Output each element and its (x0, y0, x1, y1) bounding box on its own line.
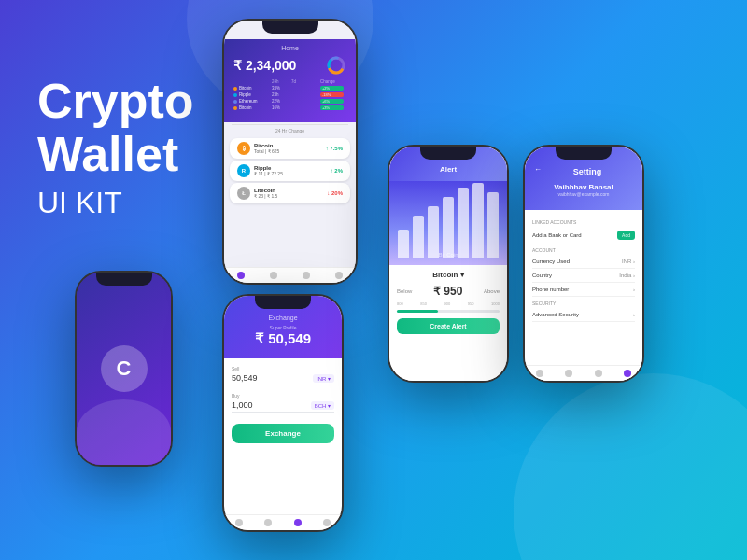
home-divider: 24 Hr Change (232, 124, 348, 136)
nav-exchange[interactable] (303, 272, 310, 279)
exchange-bottom-nav (224, 514, 342, 530)
settings-title: Setting (542, 167, 633, 176)
bottom-nav (224, 267, 356, 283)
bar-2 (413, 216, 424, 258)
home-balance: ₹ 2,34,000 (233, 58, 296, 73)
exchange-super: Super Profile (233, 325, 332, 330)
notch-home (262, 21, 318, 34)
buy-value: 1,000 (232, 400, 253, 410)
phone-val[interactable]: › (633, 287, 635, 292)
country-val[interactable]: India › (619, 273, 635, 278)
bar-6 (472, 183, 484, 258)
exchange-button[interactable]: Exchange (232, 424, 334, 443)
nav2-exchange[interactable] (294, 519, 302, 526)
notch-settings (556, 147, 612, 160)
title-line3: UI KIT (37, 187, 194, 219)
buy-label: Buy (232, 393, 334, 399)
title-line1: Crypto (37, 75, 194, 128)
phone-label: Phone number (532, 287, 569, 292)
title-section: Crypto Wallet UI KIT (37, 75, 194, 220)
account-label: Account (532, 247, 635, 253)
profile-name: Vaibhhav Bansal (534, 183, 633, 191)
sell-currency[interactable]: INR ▾ (313, 374, 334, 383)
price-ticks: 8008509009501000 (397, 301, 500, 306)
title-line2: Wallet (37, 128, 194, 181)
bar-1 (398, 230, 409, 258)
nav3-home[interactable] (536, 370, 543, 377)
sell-value: 50,549 (232, 373, 258, 383)
country-label: Country (532, 273, 552, 278)
bitcoin-icon: ₿ (237, 142, 250, 155)
phone-settings: ← Setting Vaibhhav Bansal vaibhhav@examp… (523, 145, 644, 383)
advanced-security-label: Advanced Security (532, 312, 579, 317)
price-slider[interactable] (397, 310, 500, 313)
ripple-icon: R (237, 164, 250, 177)
notch-alert (420, 147, 476, 160)
phone-home: Home ₹ 2,34,000 24h7dChange (222, 19, 358, 285)
exchange-amount: ₹ 50,549 (233, 330, 332, 347)
settings-back-button[interactable]: ← (534, 165, 542, 174)
create-alert-button[interactable]: Create Alert (397, 318, 500, 334)
add-card-label: Add a Bank or Card (532, 232, 582, 238)
exchange-title: Exchange (233, 315, 332, 321)
advanced-security-val[interactable]: › (633, 312, 635, 317)
bar-5 (458, 188, 469, 258)
donut-chart (326, 55, 346, 76)
security-label: Security (532, 301, 635, 306)
nav2-settings[interactable] (323, 519, 331, 526)
phone-exchange: Exchange Super Profile ₹ 50,549 Sell 50,… (222, 294, 344, 532)
nav3-settings[interactable] (624, 370, 631, 377)
sell-label: Sell (232, 366, 334, 371)
currency-label: Currency Used (532, 259, 570, 264)
alert-chart: Bit Coin (389, 181, 507, 265)
phone-row: Phone number › (532, 283, 635, 297)
nav3-exchange[interactable] (595, 370, 602, 377)
add-card-button[interactable]: Add (617, 231, 635, 240)
below-label: Below (397, 288, 412, 294)
buy-currency[interactable]: BCH ▾ (311, 401, 334, 410)
chart-label: Bit Coin (438, 252, 458, 258)
settings-bottom-nav (525, 365, 642, 381)
litecoin-icon: Ł (237, 187, 250, 200)
currency-row: Currency Used INR › (532, 255, 635, 269)
notch-splash (96, 273, 152, 286)
nav2-home[interactable] (235, 519, 243, 526)
coin-litecoin: Ł Litecoin ₹ 23 | ₹ 1.5 ↓ 20% (230, 183, 350, 203)
nav-home[interactable] (237, 272, 245, 279)
notch-exchange (255, 296, 311, 309)
currency-val[interactable]: INR › (622, 259, 635, 264)
coin-bitcoin: ₿ Bitcoin Total | ₹ 625 ↑ 7.5% (230, 138, 350, 159)
above-label: Above (484, 288, 500, 294)
nav2-alerts[interactable] (264, 519, 272, 526)
nav-settings[interactable] (335, 272, 343, 279)
phone-alert: Alert Bit Coin Bitcoin ▾ Below ₹ 950 Abo… (388, 145, 509, 383)
alert-price: ₹ 950 (433, 285, 462, 298)
advanced-security-row: Advanced Security › (532, 308, 635, 322)
alert-coin-label[interactable]: Bitcoin ▾ (432, 271, 463, 279)
splash-logo: C (117, 357, 132, 381)
coin-ripple: R Ripple ₹ 11 | ₹ 72.25 ↑ 2% (230, 161, 350, 181)
bar-7 (487, 192, 499, 258)
nav3-alerts[interactable] (565, 370, 572, 377)
nav-alerts[interactable] (270, 272, 277, 279)
linked-accounts-label: Linked Accounts (532, 219, 635, 225)
bar-4 (443, 197, 454, 258)
home-title: Home (233, 45, 346, 51)
profile-email: vaibhhav@example.com (534, 191, 633, 197)
alert-title: Alert (399, 165, 498, 174)
country-row: Country India › (532, 269, 635, 283)
phone-splash: C (75, 271, 173, 467)
bar-3 (428, 206, 439, 258)
